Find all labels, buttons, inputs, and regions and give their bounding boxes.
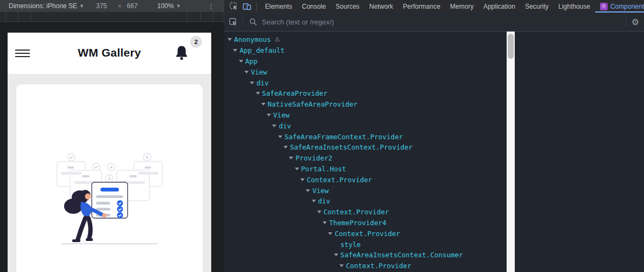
- tree-row[interactable]: Anonymous⚠: [224, 34, 507, 45]
- tree-row[interactable]: SafeAreaProvider: [224, 88, 507, 99]
- tab-strip-segment: [201, 12, 213, 21]
- tab-memory[interactable]: Memory: [445, 0, 478, 13]
- expand-arrow-icon[interactable]: [239, 60, 243, 63]
- tab-security[interactable]: Security: [520, 0, 553, 13]
- expand-arrow-icon[interactable]: [306, 189, 310, 192]
- component-name: Anonymous: [234, 35, 271, 44]
- component-name: Context.Provider: [346, 262, 411, 270]
- tab-components[interactable]: ⚛Components: [595, 0, 644, 13]
- expand-arrow-icon[interactable]: [244, 71, 249, 73]
- screenshot-root: Dimensions: iPhone SE ▼ 375 × 667 100% ▼…: [0, 0, 644, 272]
- inspect-element-icon[interactable]: [229, 2, 238, 11]
- expand-arrow-icon[interactable]: [283, 146, 288, 149]
- component-name: Provider2: [295, 154, 332, 162]
- tab-strip-segment: [6, 12, 18, 21]
- tree-row[interactable]: Provider2: [224, 153, 507, 164]
- empty-state-illustration: 543: [54, 153, 165, 248]
- components-toolbar: ⚙: [224, 13, 644, 32]
- tree-row[interactable]: Context.Provider: [224, 261, 507, 271]
- expand-arrow-icon[interactable]: [328, 232, 332, 235]
- tree-row[interactable]: Portal.Host: [224, 164, 507, 175]
- tab-label: Performance: [403, 3, 440, 10]
- devtools-tabs-list: ElementsConsoleSourcesNetworkPerformance…: [260, 0, 644, 13]
- tab-label: Components: [610, 3, 644, 10]
- expand-arrow-icon[interactable]: [312, 200, 316, 202]
- expand-arrow-icon[interactable]: [300, 178, 305, 181]
- device-width-field[interactable]: 375: [96, 2, 107, 10]
- component-name: Context.Provider: [334, 230, 400, 238]
- expand-arrow-icon[interactable]: [317, 211, 321, 213]
- select-component-icon[interactable]: [229, 17, 237, 26]
- tree-row[interactable]: SafeAreaInsetsContext.Consumer: [224, 250, 507, 261]
- tree-row[interactable]: App_default: [224, 45, 507, 56]
- tree-row[interactable]: NativeSafeAreaProvider: [224, 99, 507, 110]
- component-name: div: [318, 197, 331, 205]
- component-name: Portal.Host: [301, 165, 346, 173]
- component-name: View: [251, 68, 267, 76]
- tab-console[interactable]: Console: [297, 0, 331, 13]
- chevron-down-icon: ▼: [79, 3, 84, 9]
- tab-lighthouse[interactable]: Lighthouse: [553, 0, 595, 13]
- expand-arrow-icon[interactable]: [339, 264, 344, 267]
- kebab-menu-icon[interactable]: ⋮: [207, 2, 214, 10]
- tree-row[interactable]: div: [224, 196, 507, 207]
- component-name: SafeAreaFrameContext.Provider: [285, 133, 403, 141]
- dimension-separator: ×: [118, 3, 121, 9]
- tree-row[interactable]: ThemeProvider4: [224, 218, 507, 228]
- tab-label: Lighthouse: [558, 3, 590, 10]
- search-input[interactable]: [262, 18, 626, 26]
- devtools-panel: ElementsConsoleSourcesNetworkPerformance…: [224, 0, 644, 272]
- tree-row[interactable]: View: [224, 110, 507, 121]
- device-height-field[interactable]: 667: [127, 2, 137, 10]
- expand-arrow-icon[interactable]: [256, 92, 260, 95]
- emulated-app-screen: WM Gallery 2: [8, 33, 211, 272]
- tab-strip-segment: [187, 12, 201, 21]
- expand-arrow-icon[interactable]: [250, 82, 254, 84]
- tree-row[interactable]: style: [224, 239, 507, 250]
- tree-row[interactable]: View: [224, 66, 507, 77]
- expand-arrow-icon[interactable]: [228, 38, 232, 41]
- expand-arrow-icon[interactable]: [323, 221, 327, 224]
- component-name: ThemeProvider4: [329, 219, 386, 227]
- tree-row[interactable]: Context.Provider: [224, 228, 507, 239]
- tree-row[interactable]: Context.Provider: [224, 207, 507, 218]
- tab-network[interactable]: Network: [364, 0, 398, 13]
- tab-application[interactable]: Application: [478, 0, 520, 13]
- scrollbar-thumb[interactable]: [508, 34, 514, 59]
- react-logo-icon: ⚛: [600, 3, 608, 10]
- scrollbar-track[interactable]: [507, 32, 515, 272]
- tree-row[interactable]: Context.Provider: [224, 174, 507, 185]
- expand-arrow-icon[interactable]: [278, 135, 282, 138]
- components-panel-body: Anonymous⚠App_defaultAppViewdivSafeAreaP…: [224, 32, 644, 272]
- zoom-selector[interactable]: 100%: [157, 2, 174, 10]
- divider: [243, 17, 243, 27]
- tree-row[interactable]: div: [224, 77, 507, 88]
- expand-arrow-icon[interactable]: [334, 254, 338, 256]
- tab-performance[interactable]: Performance: [398, 0, 445, 13]
- expand-arrow-icon[interactable]: [261, 103, 266, 106]
- expand-arrow-icon[interactable]: [295, 168, 299, 170]
- expand-arrow-icon[interactable]: [233, 49, 237, 52]
- device-toolbar: Dimensions: iPhone SE ▼ 375 × 667 100% ▼…: [0, 0, 224, 12]
- tree-row[interactable]: SafeAreaFrameContext.Provider: [224, 131, 507, 142]
- notification-bell-icon[interactable]: [175, 45, 188, 61]
- tree-row[interactable]: View: [224, 185, 507, 196]
- component-name: View: [312, 187, 329, 195]
- tab-strip-segment: [0, 12, 6, 21]
- expand-arrow-icon[interactable]: [289, 157, 293, 159]
- gear-icon[interactable]: ⚙: [632, 17, 639, 27]
- expand-arrow-icon[interactable]: [267, 114, 271, 116]
- tree-row[interactable]: div: [224, 120, 507, 131]
- tree-row[interactable]: App: [224, 56, 507, 67]
- component-name: SafeAreaInsetsContext.Provider: [290, 143, 413, 151]
- tree-row[interactable]: SafeAreaInsetsContext.Provider: [224, 142, 507, 153]
- component-name: App: [245, 57, 258, 65]
- tab-label: Sources: [336, 3, 359, 10]
- app-header: WM Gallery 2: [8, 33, 211, 74]
- tab-elements[interactable]: Elements: [260, 0, 297, 13]
- tab-sources[interactable]: Sources: [331, 0, 364, 13]
- toggle-device-toolbar-icon[interactable]: [243, 2, 251, 11]
- dimensions-selector[interactable]: Dimensions: iPhone SE: [9, 2, 77, 10]
- expand-arrow-icon[interactable]: [272, 125, 276, 127]
- warning-icon: ⚠: [275, 36, 280, 43]
